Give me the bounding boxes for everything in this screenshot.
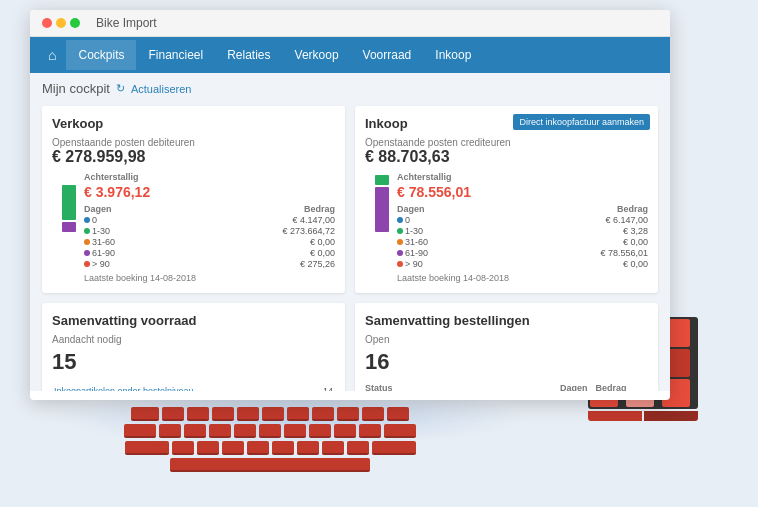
nav-item-voorraad[interactable]: Voorraad [351,40,424,70]
nav-bar: ⌂ Cockpits Financieel Relaties Verkoop V… [30,37,670,73]
inkoop-row3-amount: € 0,00 [518,237,648,247]
voorraad-row-1: Inkoopartikelen onder bestelniveau 14 [54,385,333,391]
verkoop-days-header: Dagen [84,204,195,214]
row5-days: > 90 [84,259,195,269]
inkoop-row1-days: 0 [397,215,510,225]
maximize-button[interactable] [70,18,80,28]
inkoop-bar-chart [365,172,389,232]
minimize-button[interactable] [56,18,66,28]
nav-home-button[interactable]: ⌂ [38,39,66,71]
inkoop-row4-amount: € 78.556,01 [518,248,648,258]
verkoop-overdue-section: Achterstallig € 3.976,12 Dagen Bedrag 0 … [52,172,335,283]
bestelling-status-header: Status [365,383,552,391]
bestellingen-panel: Samenvatting bestellingen Open 16 Status… [355,303,658,391]
voorraad-title: Samenvatting voorraad [52,313,335,328]
bestellingen-open-label: Open [365,334,648,345]
inkoop-days-data: Achterstallig € 78.556,01 Dagen Bedrag 0… [397,172,648,283]
inkoop-row4-days: 61-90 [397,248,510,258]
nav-item-relaties[interactable]: Relaties [215,40,282,70]
verkoop-open-label: Openstaande posten debiteuren [52,137,335,148]
inkoop-last-booking: Laatste boeking 14-08-2018 [397,273,648,283]
content-area: Mijn cockpit ↻ Actualiseren Verkoop Open… [30,73,670,391]
verkoop-overdue-label: Achterstallig [84,172,139,182]
bestellingen-open-count: 16 [365,349,648,375]
voorraad-panel: Samenvatting voorraad Aandacht nodig 15 … [42,303,345,391]
breadcrumb-refresh-icon: ↻ [116,82,125,95]
inkoop-row3-days: 31-60 [397,237,510,247]
inkoop-create-button[interactable]: Direct inkoopfactuur aanmaken [513,114,650,130]
row4-amount: € 0,00 [203,248,335,258]
inkoop-row2-amount: € 3,28 [518,226,648,236]
row5-amount: € 275,26 [203,259,335,269]
nav-item-verkoop[interactable]: Verkoop [283,40,351,70]
row3-amount: € 0,00 [203,237,335,247]
verkoop-open-amount: € 278.959,98 [52,148,335,166]
row1-days: 0 [84,215,195,225]
nav-item-financieel[interactable]: Financieel [136,40,215,70]
verkoop-title: Verkoop [52,116,335,131]
row1-amount: € 4.147,00 [203,215,335,225]
inkoop-row2-days: 1-30 [397,226,510,236]
window-controls [42,18,80,28]
verkoop-panel: Verkoop Openstaande posten debiteuren € … [42,106,345,293]
inkoop-row5-days: > 90 [397,259,510,269]
refresh-button[interactable]: Actualiseren [131,83,192,95]
dashboard-grid: Verkoop Openstaande posten debiteuren € … [42,106,658,391]
row3-days: 31-60 [84,237,195,247]
close-button[interactable] [42,18,52,28]
verkoop-last-booking: Laatste boeking 14-08-2018 [84,273,335,283]
nav-item-inkoop[interactable]: Inkoop [423,40,483,70]
verkoop-bar-chart [52,172,76,232]
inkoop-panel: Direct inkoopfactuur aanmaken Inkoop Ope… [355,106,658,293]
window-title: Bike Import [96,16,157,30]
row4-days: 61-90 [84,248,195,258]
voorraad-table: Inkoopartikelen onder bestelniveau 14 Ko… [52,383,335,391]
inkoop-amount-header: Bedrag [518,204,648,214]
bestelling-amount-header: Bedrag [595,383,648,391]
inkoop-overdue-section: Achterstallig € 78.556,01 Dagen Bedrag 0… [365,172,648,283]
row2-days: 1-30 [84,226,195,236]
breadcrumb: Mijn cockpit ↻ Actualiseren [42,81,658,96]
voorraad-item-1-count: 14 [314,385,333,391]
inkoop-row1-amount: € 6.147,00 [518,215,648,225]
voorraad-attention-count: 15 [52,349,335,375]
row2-amount: € 273.664,72 [203,226,335,236]
inkoop-open-label: Openstaande posten crediteuren [365,137,648,148]
bestellingen-table: Status Dagen Bedrag Open 16 € 279.221,18… [365,383,648,391]
browser-window: Bike Import ⌂ Cockpits Financieel Relati… [30,10,670,400]
bestelling-days-header: Dagen [560,383,588,391]
inkoop-overdue-amount: € 78.556,01 [397,184,648,200]
inkoop-days-header: Dagen [397,204,510,214]
breadcrumb-title: Mijn cockpit [42,81,110,96]
bestellingen-title: Samenvatting bestellingen [365,313,648,328]
inkoop-open-amount: € 88.703,63 [365,148,648,166]
inkoop-overdue-label: Achterstallig [397,172,648,182]
inkoop-row5-amount: € 0,00 [518,259,648,269]
keyboard-decoration [100,407,440,477]
verkoop-days-data: Achterstallig € 3.976,12 Dagen Bedrag 0 … [84,172,335,283]
nav-item-cockpits[interactable]: Cockpits [66,40,136,70]
verkoop-overdue-amount: € 3.976,12 [84,184,335,200]
verkoop-amount-header: Bedrag [203,204,335,214]
title-bar: Bike Import [30,10,670,37]
voorraad-item-1-label: Inkoopartikelen onder bestelniveau [54,385,312,391]
voorraad-attention-label: Aandacht nodig [52,334,335,345]
